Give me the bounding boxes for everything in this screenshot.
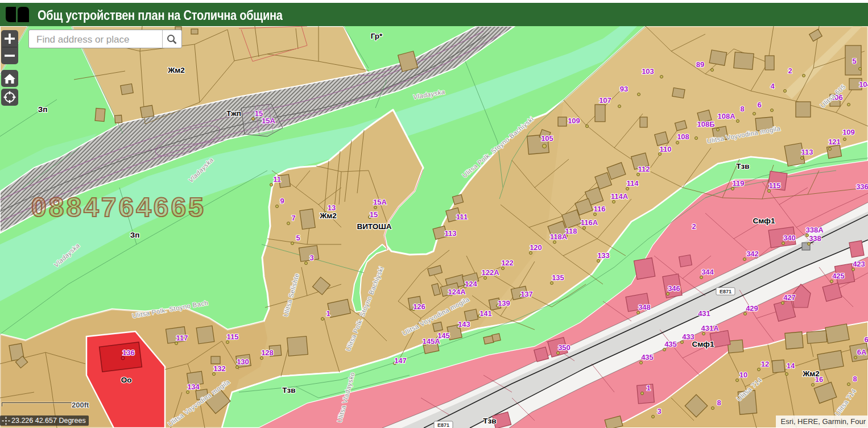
svg-text:Смф1: Смф1 xyxy=(753,217,775,225)
svg-text:2: 2 xyxy=(788,67,792,75)
svg-text:147: 147 xyxy=(394,356,407,365)
svg-text:108Б: 108Б xyxy=(697,120,714,128)
svg-text:114: 114 xyxy=(627,179,639,188)
svg-text:113: 113 xyxy=(801,148,813,156)
svg-text:3: 3 xyxy=(657,407,661,415)
svg-text:1: 1 xyxy=(326,309,330,318)
svg-text:108: 108 xyxy=(677,132,689,141)
svg-text:89: 89 xyxy=(696,60,704,69)
svg-text:12: 12 xyxy=(761,360,769,368)
svg-text:130: 130 xyxy=(237,358,249,366)
svg-text:5: 5 xyxy=(852,57,856,65)
svg-text:Тзв: Тзв xyxy=(736,162,749,171)
svg-text:8: 8 xyxy=(740,105,744,113)
svg-text:Смф1: Смф1 xyxy=(692,340,714,348)
svg-text:107: 107 xyxy=(599,96,611,105)
svg-text:120: 120 xyxy=(530,243,542,252)
svg-text:8: 8 xyxy=(717,398,721,407)
svg-text:ВИТОША: ВИТОША xyxy=(357,222,391,231)
svg-text:15A: 15A xyxy=(373,198,387,206)
svg-text:9: 9 xyxy=(280,197,284,205)
svg-text:13: 13 xyxy=(328,203,336,212)
svg-text:111: 111 xyxy=(456,213,468,221)
svg-text:118: 118 xyxy=(565,227,577,235)
svg-text:348: 348 xyxy=(638,303,651,311)
svg-text:7: 7 xyxy=(291,214,295,222)
svg-text:117: 117 xyxy=(176,334,188,342)
svg-text:340: 340 xyxy=(783,234,796,242)
svg-text:431A: 431A xyxy=(701,324,719,333)
svg-text:136: 136 xyxy=(122,348,135,357)
svg-text:132: 132 xyxy=(213,364,226,373)
svg-text:427: 427 xyxy=(783,293,796,302)
svg-text:15A: 15A xyxy=(262,117,275,125)
svg-text:5: 5 xyxy=(296,234,300,242)
svg-text:108A: 108A xyxy=(717,112,735,120)
svg-text:103: 103 xyxy=(642,67,654,76)
svg-text:429: 429 xyxy=(746,304,758,313)
svg-text:435: 435 xyxy=(641,353,654,361)
svg-text:122: 122 xyxy=(501,259,514,267)
svg-text:114A: 114A xyxy=(611,192,629,201)
svg-text:425: 425 xyxy=(832,272,845,280)
svg-text:4: 4 xyxy=(770,82,775,90)
svg-text:Оо: Оо xyxy=(121,376,132,384)
svg-text:15: 15 xyxy=(370,210,378,219)
svg-text:110: 110 xyxy=(660,145,672,153)
svg-text:1: 1 xyxy=(646,384,650,392)
svg-text:346: 346 xyxy=(668,284,680,293)
svg-text:141: 141 xyxy=(480,309,492,318)
svg-text:137: 137 xyxy=(520,290,533,298)
svg-text:6A: 6A xyxy=(857,348,867,356)
svg-text:Тзв: Тзв xyxy=(282,386,295,394)
svg-text:115: 115 xyxy=(769,181,781,190)
svg-text:342: 342 xyxy=(746,250,759,258)
svg-text:104: 104 xyxy=(859,80,868,89)
svg-text:Зп: Зп xyxy=(38,105,48,114)
svg-text:3: 3 xyxy=(309,254,313,262)
svg-text:E871: E871 xyxy=(437,422,449,428)
svg-text:105: 105 xyxy=(541,134,553,143)
svg-text:116A: 116A xyxy=(581,218,598,227)
svg-text:116: 116 xyxy=(594,205,606,213)
svg-text:Зп: Зп xyxy=(130,231,140,239)
svg-text:145: 145 xyxy=(437,331,450,340)
svg-text:2: 2 xyxy=(692,222,696,231)
svg-text:Тжп: Тжп xyxy=(226,109,241,118)
svg-text:Гр*: Гр* xyxy=(371,32,383,40)
svg-text:139: 139 xyxy=(498,299,510,308)
svg-text:6: 6 xyxy=(864,335,868,344)
svg-text:Жм2: Жм2 xyxy=(167,66,185,74)
svg-text:423: 423 xyxy=(853,260,865,268)
svg-text:112: 112 xyxy=(638,165,650,173)
svg-text:119: 119 xyxy=(733,179,745,188)
svg-text:336: 336 xyxy=(856,182,868,191)
svg-text:133: 133 xyxy=(597,251,610,260)
svg-text:10: 10 xyxy=(739,371,747,379)
svg-text:109: 109 xyxy=(568,117,580,125)
svg-text:11: 11 xyxy=(273,175,281,184)
svg-text:350: 350 xyxy=(558,343,571,352)
svg-text:134: 134 xyxy=(187,383,200,391)
svg-text:338: 338 xyxy=(809,234,821,243)
svg-text:115: 115 xyxy=(227,333,239,341)
svg-text:8: 8 xyxy=(853,375,857,383)
svg-text:122A: 122A xyxy=(481,268,499,277)
svg-text:128: 128 xyxy=(261,348,274,357)
svg-text:93: 93 xyxy=(620,85,628,93)
svg-text:113: 113 xyxy=(445,229,457,238)
svg-text:121: 121 xyxy=(828,138,841,146)
svg-text:Тзв: Тзв xyxy=(483,417,496,425)
svg-text:124: 124 xyxy=(465,280,477,288)
svg-text:Жм2: Жм2 xyxy=(319,211,337,220)
svg-text:143: 143 xyxy=(458,320,470,329)
svg-text:Жм2: Жм2 xyxy=(802,369,820,378)
svg-text:14: 14 xyxy=(787,361,795,370)
svg-text:109: 109 xyxy=(842,128,855,136)
svg-text:344: 344 xyxy=(701,268,714,276)
svg-text:338A: 338A xyxy=(805,226,824,234)
svg-text:135: 135 xyxy=(552,273,564,282)
svg-text:431: 431 xyxy=(698,309,710,318)
svg-text:6: 6 xyxy=(757,101,761,109)
svg-text:124A: 124A xyxy=(448,288,466,296)
